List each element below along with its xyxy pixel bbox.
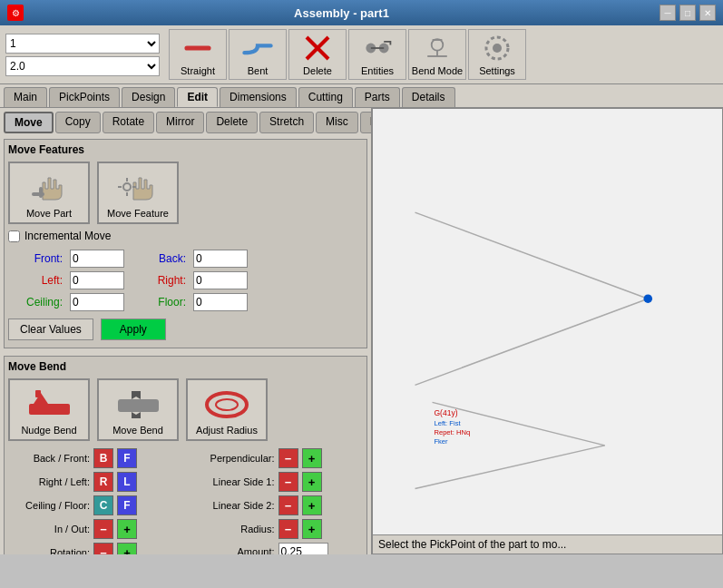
incremental-checkbox[interactable] [8, 230, 20, 242]
title-bar: ⚙ Assembly - part1 ─ □ ✕ [0, 0, 723, 25]
delete-button[interactable]: Delete [288, 29, 347, 80]
settings-label: Settings [479, 65, 515, 76]
radius-plus-button[interactable]: + [302, 519, 322, 539]
maximize-button[interactable]: □ [679, 5, 696, 21]
ls1-minus-button[interactable]: − [278, 472, 298, 492]
move-part-button[interactable]: Move Part [8, 162, 90, 224]
right-input[interactable] [193, 271, 248, 289]
ceiling-floor-row: Ceiling: Floor: [8, 293, 363, 311]
left-input[interactable] [70, 271, 124, 289]
in-out-label: In / Out: [8, 524, 90, 534]
tab-parts[interactable]: Parts [355, 87, 400, 107]
svg-text:G(41y): G(41y) [434, 408, 457, 417]
amount-input[interactable] [278, 543, 328, 554]
ls2-minus-button[interactable]: − [278, 495, 298, 515]
ceiling-input[interactable] [70, 293, 124, 311]
tab-edit[interactable]: Edit [177, 87, 218, 107]
adjust-radius-button[interactable]: Adjust Radius [186, 378, 268, 441]
bend-left-col: Back / Front: B F Right / Left: R L Ceil… [8, 448, 179, 554]
perpendicular-label: Perpendicular: [193, 453, 275, 464]
tab-design[interactable]: Design [122, 87, 175, 107]
floor-bend-button[interactable]: F [117, 495, 137, 515]
bend-mode-label: Bend Mode [412, 65, 463, 76]
move-feature-label: Move Feature [107, 208, 169, 219]
front-label: Front: [8, 252, 63, 265]
ceiling-floor-bend-row: Ceiling / Floor: C F [8, 495, 179, 515]
subtab-misc[interactable]: Misc [316, 112, 358, 133]
canvas-area: G(41y) Left: Fist Repet: HNq Fker Select… [373, 109, 722, 554]
rotation-plus-button[interactable]: + [117, 543, 137, 554]
main-tabs: Main PickPoints Design Edit Dimensions C… [0, 84, 723, 108]
subtab-rotate[interactable]: Rotate [103, 112, 154, 133]
subtab-panel[interactable]: Panel [360, 112, 372, 133]
radius-row: Radius: − + [193, 519, 364, 539]
dropdown-2[interactable]: 2.0 [5, 56, 160, 76]
bend-mode-icon [421, 34, 454, 63]
clear-apply-row: Clear Values Apply [8, 318, 363, 340]
straight-label: Straight [181, 65, 215, 76]
svg-rect-22 [118, 399, 159, 412]
move-bend-button[interactable]: Move Bend [97, 378, 179, 441]
subtab-delete[interactable]: Delete [206, 112, 258, 133]
radius-minus-button[interactable]: − [278, 519, 298, 539]
bend-mode-button[interactable]: Bend Mode [408, 29, 466, 80]
window-title: Assembly - part1 [24, 6, 659, 20]
move-feature-button[interactable]: Move Feature [97, 162, 179, 224]
right-button[interactable]: R [93, 472, 113, 492]
left-button[interactable]: L [117, 472, 137, 492]
ls2-plus-button[interactable]: + [302, 495, 322, 515]
subtab-move[interactable]: Move [4, 112, 54, 133]
subtab-copy[interactable]: Copy [55, 112, 101, 133]
window-controls: ─ □ ✕ [659, 5, 716, 21]
in-button[interactable]: − [93, 519, 113, 539]
settings-button[interactable]: Settings [468, 29, 526, 80]
apply-button[interactable]: Apply [101, 318, 166, 340]
front-input[interactable] [70, 250, 124, 268]
close-button[interactable]: ✕ [699, 5, 716, 21]
bent-icon [241, 34, 274, 63]
right-label: Right: [132, 274, 186, 287]
nudge-bend-button[interactable]: Nudge Bend [8, 378, 90, 441]
tab-cutting[interactable]: Cutting [298, 87, 353, 107]
ceiling-button[interactable]: C [93, 495, 113, 515]
floor-input[interactable] [193, 293, 248, 311]
svg-text:Repet: HNq: Repet: HNq [434, 428, 470, 436]
perp-minus-button[interactable]: − [278, 448, 298, 468]
settings-icon [481, 34, 513, 63]
svg-rect-19 [29, 404, 70, 415]
subtab-mirror[interactable]: Mirror [156, 112, 204, 133]
perp-plus-button[interactable]: + [302, 448, 322, 468]
svg-rect-21 [35, 390, 41, 397]
back-label: Back: [132, 252, 186, 265]
toolbar: 1 2.0 Straight Bent [0, 25, 723, 84]
back-input[interactable] [193, 250, 248, 268]
tab-dimensions[interactable]: Dimensions [220, 87, 297, 107]
minimize-button[interactable]: ─ [659, 5, 676, 21]
move-feature-icon [111, 167, 165, 208]
entities-button[interactable]: Entities [348, 29, 406, 80]
move-features-title: Move Features [8, 143, 363, 156]
out-button[interactable]: + [117, 519, 137, 539]
left-panel: Move Copy Rotate Mirror Delete Stretch M… [0, 108, 372, 554]
back-button[interactable]: B [93, 448, 113, 468]
rotation-minus-button[interactable]: − [93, 543, 113, 554]
tab-main[interactable]: Main [4, 87, 47, 107]
bent-button[interactable]: Bent [229, 29, 287, 80]
tab-details[interactable]: Details [402, 87, 455, 107]
delete-icon [301, 34, 334, 63]
tab-pickpoints[interactable]: PickPoints [49, 87, 120, 107]
ls1-plus-button[interactable]: + [302, 472, 322, 492]
front-button[interactable]: F [117, 448, 137, 468]
clear-values-button[interactable]: Clear Values [8, 318, 93, 340]
straight-button[interactable]: Straight [169, 29, 227, 80]
right-left-label: Right / Left: [8, 476, 90, 487]
svg-text:Left: Fist: Left: Fist [434, 419, 461, 427]
entities-label: Entities [361, 65, 394, 76]
dropdown-1[interactable]: 1 [5, 34, 160, 54]
entities-icon [361, 34, 394, 63]
right-left-row: Right / Left: R L [8, 472, 179, 492]
adjust-radius-icon [200, 384, 254, 425]
app-icon: ⚙ [7, 5, 24, 21]
subtab-stretch[interactable]: Stretch [259, 112, 314, 133]
incremental-move-row: Incremental Move [8, 230, 363, 242]
